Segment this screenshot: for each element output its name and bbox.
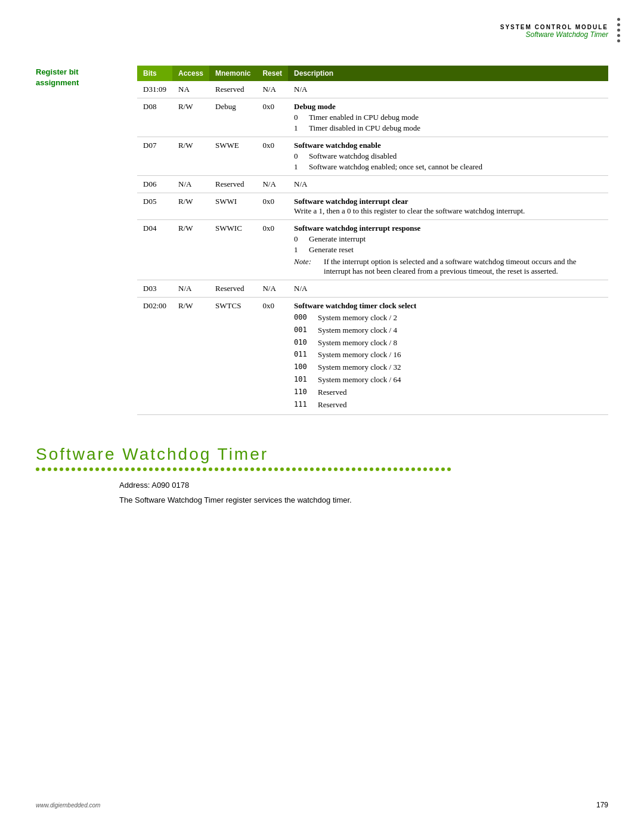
swt-dot: [388, 467, 391, 471]
cell-description: N/A: [288, 81, 608, 98]
clock-item: 100System memory clock / 32: [294, 361, 602, 374]
swt-dot: [143, 467, 147, 471]
cell-mnemonic: SWTCS: [209, 298, 256, 415]
desc-title: Software watchdog timer clock select: [294, 301, 602, 311]
swt-dot: [358, 467, 361, 471]
desc-item: 1Software watchdog enabled; once set, ca…: [294, 162, 602, 172]
swt-section: Software Watchdog Timer Address: A090 01…: [36, 445, 608, 504]
swt-dot: [441, 467, 445, 471]
cell-mnemonic: Reserved: [209, 81, 256, 98]
register-table: Bits Access Mnemonic Reset Description D…: [137, 66, 608, 415]
clock-code: 111: [294, 399, 312, 411]
cell-mnemonic: SWWE: [209, 137, 256, 176]
swt-dot: [167, 467, 171, 471]
desc-item: 0Timer enabled in CPU debug mode: [294, 113, 602, 122]
clock-item: 001System memory clock / 4: [294, 324, 602, 337]
swt-dot: [107, 467, 111, 471]
cell-description: Debug mode0Timer enabled in CPU debug mo…: [288, 98, 608, 137]
swt-dot: [256, 467, 260, 471]
swt-dots-line: [36, 467, 608, 471]
cell-access: R/W: [172, 220, 209, 280]
desc-item: 1Generate reset: [294, 245, 602, 255]
cell-description: N/A: [288, 280, 608, 298]
swt-dot: [352, 467, 355, 471]
col-access: Access: [172, 66, 209, 81]
cell-reset: N/A: [256, 280, 288, 298]
swt-dot: [125, 467, 129, 471]
table-row: D08R/WDebug0x0Debug mode0Timer enabled i…: [137, 98, 608, 137]
table-row: D07R/WSWWE0x0Software watchdog enable0So…: [137, 137, 608, 176]
clock-code: 101: [294, 374, 312, 386]
item-text: Timer disabled in CPU debug mode: [309, 123, 420, 133]
swt-dot: [173, 467, 177, 471]
swt-dot: [250, 467, 254, 471]
item-text: Timer enabled in CPU debug mode: [309, 113, 419, 122]
clock-item: 011System memory clock / 16: [294, 349, 602, 361]
clock-code: 100: [294, 361, 312, 374]
clock-text: System memory clock / 8: [318, 337, 397, 349]
cell-bits: D03: [137, 280, 172, 298]
clock-code: 001: [294, 324, 312, 337]
table-row: D04R/WSWWIC0x0Software watchdog interrup…: [137, 220, 608, 280]
clock-text: Reserved: [318, 386, 346, 399]
note-row: Note:If the interrupt option is selected…: [294, 257, 602, 276]
cell-description: Software watchdog interrupt response0Gen…: [288, 220, 608, 280]
swt-dot: [435, 467, 439, 471]
footer-page-number: 179: [596, 801, 608, 809]
table-row: D05R/WSWWI0x0Software watchdog interrupt…: [137, 193, 608, 220]
swt-dot: [155, 467, 159, 471]
item-num: 0: [294, 113, 303, 122]
swt-dot: [376, 467, 379, 471]
clock-code: 011: [294, 349, 312, 361]
clock-code: 000: [294, 312, 312, 324]
swt-dot: [286, 467, 290, 471]
swt-dot: [95, 467, 99, 471]
footer-website: www.digiembedded.com: [36, 802, 100, 809]
clock-list: 000System memory clock / 2001System memo…: [294, 312, 602, 411]
swt-dot: [268, 467, 272, 471]
swt-dot: [405, 467, 409, 471]
swt-dot: [66, 467, 69, 471]
main-content: Register bit assignment Bits Access Mnem…: [36, 66, 608, 504]
cell-reset: 0x0: [256, 98, 288, 137]
item-num: 1: [294, 162, 303, 172]
clock-code: 110: [294, 386, 312, 399]
swt-dot: [215, 467, 218, 471]
page-header: SYSTEM CONTROL MODULE Software Watchdog …: [500, 24, 608, 39]
clock-item: 000System memory clock / 2: [294, 312, 602, 324]
swt-dot: [262, 467, 266, 471]
item-text: Software watchdog disabled: [309, 151, 397, 161]
swt-dot: [244, 467, 248, 471]
clock-text: System memory clock / 32: [318, 361, 401, 374]
register-table-area: Bits Access Mnemonic Reset Description D…: [137, 66, 608, 415]
cell-mnemonic: Reserved: [209, 280, 256, 298]
swt-dot: [227, 467, 230, 471]
cell-reset: 0x0: [256, 193, 288, 220]
swt-dot: [72, 467, 75, 471]
section-label-text: Register bit assignment: [36, 67, 119, 88]
item-num: 0: [294, 151, 303, 161]
swt-dot: [370, 467, 373, 471]
swt-dot: [429, 467, 433, 471]
cell-bits: D08: [137, 98, 172, 137]
cell-reset: 0x0: [256, 220, 288, 280]
cell-mnemonic: Reserved: [209, 176, 256, 193]
decorative-dots: [617, 18, 620, 42]
swt-dot: [161, 467, 165, 471]
swt-dot: [149, 467, 153, 471]
cell-access: N/A: [172, 280, 209, 298]
section-label: Register bit assignment: [36, 66, 119, 415]
swt-dot: [316, 467, 320, 471]
desc-item: 0Software watchdog disabled: [294, 151, 602, 161]
swt-dot: [274, 467, 278, 471]
swt-dot: [42, 467, 45, 471]
cell-access: N/A: [172, 176, 209, 193]
desc-item: 0Generate interrupt: [294, 234, 602, 244]
swt-dot: [340, 467, 343, 471]
cell-reset: N/A: [256, 81, 288, 98]
swt-dot: [89, 467, 93, 471]
header-subtitle: Software Watchdog Timer: [500, 30, 608, 39]
swt-dot: [209, 467, 212, 471]
swt-dot: [60, 467, 63, 471]
swt-dot: [394, 467, 397, 471]
